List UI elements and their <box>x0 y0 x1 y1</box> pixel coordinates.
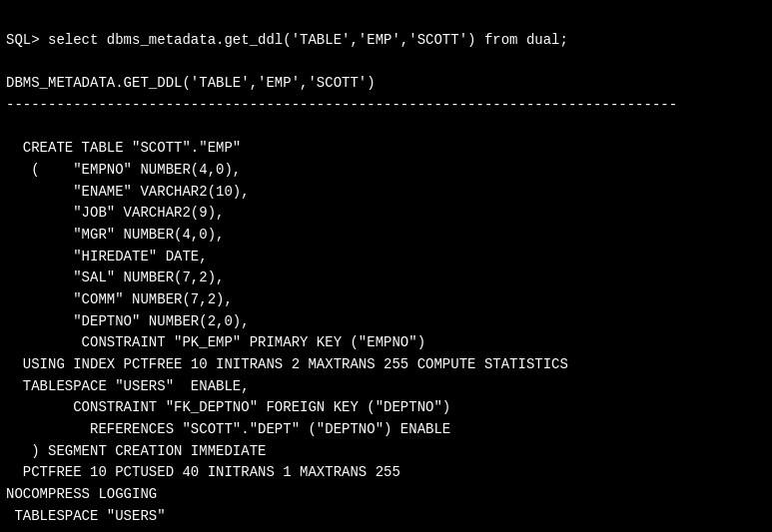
terminal-line-19: ) SEGMENT CREATION IMMEDIATE <box>6 441 766 463</box>
terminal-line-7: "ENAME" VARCHAR2(10), <box>6 182 766 204</box>
terminal-line-3: ----------------------------------------… <box>6 95 766 117</box>
terminal-line-6: ( "EMPNO" NUMBER(4,0), <box>6 160 766 182</box>
terminal-line-4 <box>6 116 766 138</box>
terminal-line-2: DBMS_METADATA.GET_DDL('TABLE','EMP','SCO… <box>6 73 766 95</box>
terminal-line-12: "COMM" NUMBER(7,2), <box>6 289 766 311</box>
terminal-line-11: "SAL" NUMBER(7,2), <box>6 267 766 289</box>
terminal-line-22: TABLESPACE "USERS" <box>6 506 766 528</box>
terminal-line-8: "JOB" VARCHAR2(9), <box>6 203 766 225</box>
terminal-line-20: PCTFREE 10 PCTUSED 40 INITRANS 1 MAXTRAN… <box>6 462 766 484</box>
terminal-line-18: REFERENCES "SCOTT"."DEPT" ("DEPTNO") ENA… <box>6 419 766 441</box>
terminal-window: SQL> select dbms_metadata.get_ddl('TABLE… <box>0 0 772 532</box>
terminal-line-17: CONSTRAINT "FK_DEPTNO" FOREIGN KEY ("DEP… <box>6 397 766 419</box>
terminal-line-10: "HIREDATE" DATE, <box>6 247 766 268</box>
terminal-line-13: "DEPTNO" NUMBER(2,0), <box>6 311 766 333</box>
terminal-line-9: "MGR" NUMBER(4,0), <box>6 225 766 247</box>
terminal-line-16: TABLESPACE "USERS" ENABLE, <box>6 376 766 398</box>
terminal-line-5: CREATE TABLE "SCOTT"."EMP" <box>6 138 766 160</box>
terminal-line-14: CONSTRAINT "PK_EMP" PRIMARY KEY ("EMPNO"… <box>6 332 766 354</box>
terminal-line-1 <box>6 51 766 73</box>
terminal-line-15: USING INDEX PCTFREE 10 INITRANS 2 MAXTRA… <box>6 354 766 376</box>
terminal-line-21: NOCOMPRESS LOGGING <box>6 484 766 506</box>
terminal-line-0: SQL> select dbms_metadata.get_ddl('TABLE… <box>6 30 766 52</box>
